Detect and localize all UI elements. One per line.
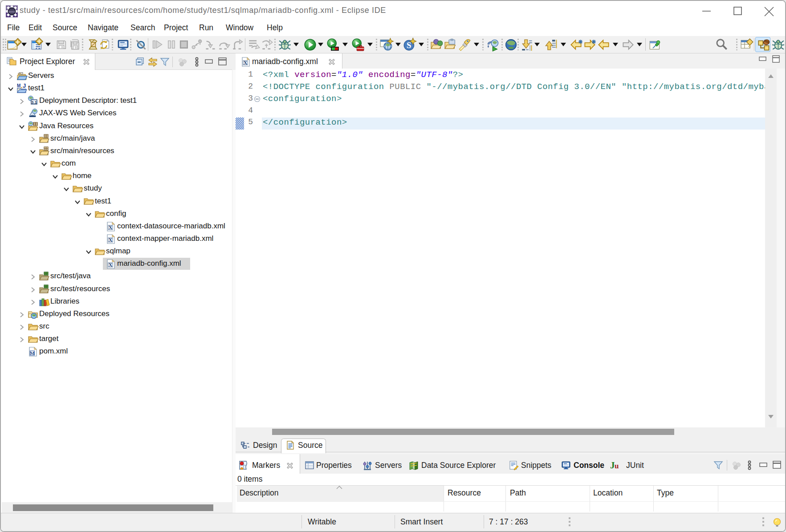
svg-text:S: S xyxy=(407,41,411,50)
svg-text:X: X xyxy=(108,224,112,231)
svg-text:X: X xyxy=(108,237,112,243)
svg-text:3.1: 3.1 xyxy=(31,100,37,105)
svg-text:X: X xyxy=(243,60,247,66)
svg-text:u: u xyxy=(615,462,619,470)
svg-text:J: J xyxy=(23,82,26,89)
svg-text:M: M xyxy=(17,83,20,88)
svg-text:M: M xyxy=(30,350,35,356)
svg-text:X: X xyxy=(108,262,112,268)
svg-text:J: J xyxy=(610,460,615,471)
